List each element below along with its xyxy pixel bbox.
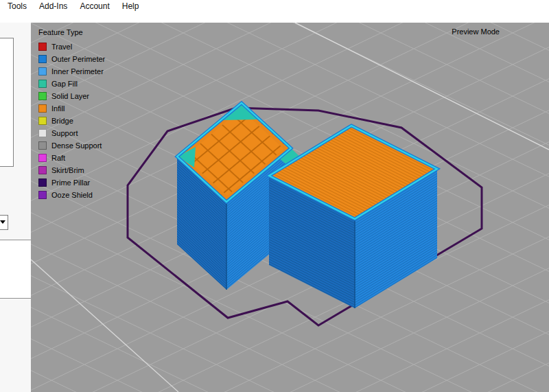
menu-help[interactable]: Help <box>116 1 145 12</box>
menu-add-ins[interactable]: Add-Ins <box>33 1 73 12</box>
legend-item: Solid Layer <box>38 90 105 102</box>
app-window: Tools Add-Ins Account Help <box>0 0 549 392</box>
legend-item: Ooze Shield <box>38 189 105 201</box>
left-panel-dropdown[interactable] <box>0 215 8 230</box>
legend-label: Infill <box>51 103 65 115</box>
legend-label: Gap Fill <box>51 78 78 90</box>
legend-item: Support <box>38 127 105 139</box>
legend-item: Travel <box>38 41 105 53</box>
legend-swatch <box>38 166 47 174</box>
left-panel <box>0 23 31 392</box>
legend-label: Solid Layer <box>51 91 89 102</box>
legend-swatch <box>38 191 47 199</box>
legend-swatch <box>38 141 47 150</box>
legend-item: Inner Perimeter <box>38 65 105 78</box>
scene-svg <box>31 23 549 392</box>
toolbar-strip <box>0 12 549 23</box>
legend-item: Outer Perimeter <box>38 53 105 65</box>
legend-item: Infill <box>38 102 105 115</box>
menu-tools[interactable]: Tools <box>1 1 33 12</box>
left-panel-listbox[interactable] <box>0 38 14 167</box>
legend-swatch <box>38 67 47 76</box>
legend-swatch <box>38 104 47 113</box>
legend-item: Prime Pillar <box>38 176 105 189</box>
legend-item: Raft <box>38 152 105 164</box>
legend-label: Inner Perimeter <box>51 66 104 78</box>
chevron-down-icon <box>0 220 5 224</box>
legend-label: Travel <box>51 41 72 53</box>
legend-label: Ooze Shield <box>51 189 93 201</box>
legend-item: Skirt/Brim <box>38 164 105 176</box>
legend-title: Feature Type <box>38 27 105 38</box>
legend-swatch <box>38 80 47 88</box>
legend-label: Support <box>51 128 78 139</box>
left-panel-box[interactable] <box>0 240 31 299</box>
legend-swatch <box>38 178 47 187</box>
legend-swatch <box>38 55 47 63</box>
legend-label: Prime Pillar <box>51 177 90 189</box>
legend-item: Gap Fill <box>38 78 105 90</box>
feature-type-legend: Feature Type TravelOuter PerimeterInner … <box>38 27 105 201</box>
legend-swatch <box>38 154 47 162</box>
legend-label: Bridge <box>51 115 73 127</box>
menu-bar: Tools Add-Ins Account Help <box>0 0 549 12</box>
legend-item: Bridge <box>38 115 105 127</box>
legend-label: Dense Support <box>51 140 102 152</box>
legend-swatch <box>38 117 47 125</box>
legend-label: Skirt/Brim <box>51 165 84 176</box>
feature-type-legend-items: TravelOuter PerimeterInner PerimeterGap … <box>38 41 105 201</box>
viewport-3d[interactable]: Feature Type TravelOuter PerimeterInner … <box>31 23 549 392</box>
preview-mode-label: Preview Mode <box>452 27 500 36</box>
legend-swatch <box>38 43 47 51</box>
menu-account[interactable]: Account <box>73 1 115 12</box>
legend-item: Dense Support <box>38 139 105 152</box>
legend-swatch <box>38 92 47 100</box>
legend-label: Outer Perimeter <box>51 54 105 65</box>
legend-swatch <box>38 129 47 137</box>
legend-label: Raft <box>51 152 65 164</box>
